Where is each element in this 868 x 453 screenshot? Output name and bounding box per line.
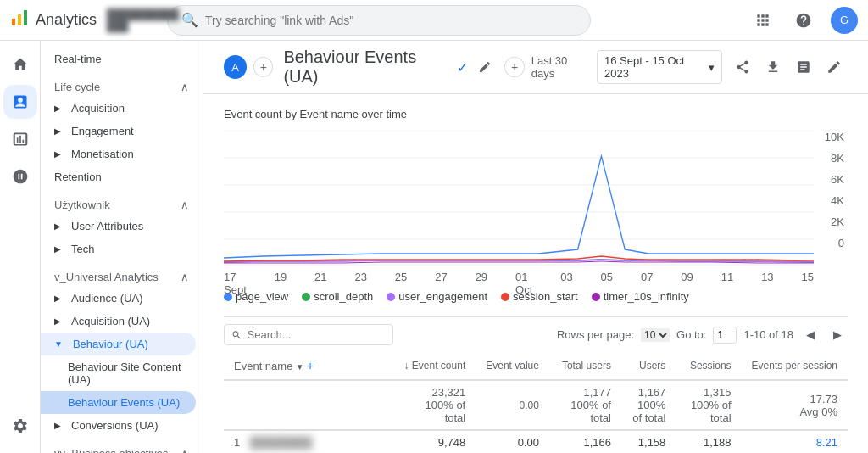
table-search-icon	[231, 329, 242, 341]
user-section: Użytkownik ∧ ▶ User Attributes ▶ Tech	[41, 192, 203, 260]
chart-y-labels: 10K 8K 6K 4K 2K 0	[817, 131, 848, 249]
prev-page-btn[interactable]: ◀	[800, 325, 821, 345]
sidebar-item-acquisition-ua[interactable]: ▶ Acquisition (UA)	[41, 310, 203, 333]
chart-section: Event count by Event name over time 10K …	[203, 94, 868, 316]
sidebar-item-monetisation[interactable]: ▶ Monetisation	[41, 143, 203, 165]
data-table: Event name ▼ + ↓ Event count Event value…	[224, 352, 848, 453]
sidebar-item-acquisition[interactable]: ▶ Acquisition	[41, 97, 203, 120]
table-search-input[interactable]	[248, 328, 386, 341]
lifecycle-header: Life cycle ∧	[41, 74, 203, 97]
table-body: 1 ████████ 9,748 0.00 1,166 1,158 1,188 …	[224, 430, 848, 453]
chart-svg	[224, 131, 814, 266]
arrow-icon: ▶	[54, 126, 61, 136]
add-metric-btn[interactable]: +	[504, 57, 524, 77]
report-header-right: Last 30 days 16 Sept - 15 Oct 2023 ▾	[531, 50, 848, 84]
sidebar-item-behaviour-site[interactable]: Behaviour Site Content (UA)	[41, 355, 203, 391]
col-header-event-count[interactable]: ↓ Event count	[393, 352, 476, 380]
sidebar-item-audience-ua[interactable]: ▶ Audience (UA)	[41, 287, 203, 310]
apps-icon-btn[interactable]	[749, 7, 776, 34]
edit-report-icon-btn[interactable]	[821, 53, 848, 81]
lifecycle-section: Life cycle ∧ ▶ Acquisition ▶ Engagement …	[41, 74, 203, 188]
help-icon-btn[interactable]	[790, 7, 817, 34]
search-bar[interactable]: 🔍	[167, 5, 591, 36]
arrow-icon: ▶	[54, 316, 61, 326]
chevron-down-icon: ▾	[709, 61, 715, 74]
arrow-icon: ▶	[54, 221, 61, 231]
main-content: A + Behaviour Events (UA) ✓ + Last 30 da…	[203, 41, 868, 453]
report-avatar: A	[224, 55, 247, 79]
icon-nav	[0, 41, 41, 453]
user-header: Użytkownik ∧	[41, 192, 203, 215]
analytics-logo-icon	[10, 8, 29, 31]
sidebar-item-behaviour-events[interactable]: Behaviour Events (UA)	[41, 391, 196, 414]
topbar: Analytics ██████████ ███ 🔍 G	[0, 0, 868, 41]
sidebar-item-realtime[interactable]: Real-time	[41, 48, 203, 70]
account-icon-btn[interactable]: G	[831, 7, 858, 34]
arrow-icon: ▶	[54, 244, 61, 254]
arrow-icon: ▶	[54, 294, 61, 303]
table-toolbar: Rows per page: 10 25 50 Go to: 1-10 of 1…	[224, 316, 848, 352]
sidebar-item-retention[interactable]: Retention	[41, 165, 203, 188]
nav-explore[interactable]	[3, 122, 37, 156]
add-column-btn[interactable]: +	[307, 359, 314, 372]
nav-advertising[interactable]	[3, 159, 37, 193]
add-comparison-btn[interactable]: +	[253, 57, 273, 77]
col-header-total-users[interactable]: Total users	[549, 352, 621, 380]
realtime-section: Real-time	[41, 48, 203, 70]
date-range-text: 16 Sept - 15 Oct 2023	[604, 54, 705, 80]
verified-icon: ✓	[457, 59, 468, 76]
report-header: A + Behaviour Events (UA) ✓ + Last 30 da…	[203, 41, 868, 94]
svg-rect-0	[12, 19, 15, 25]
nav-reports[interactable]	[3, 85, 37, 119]
col-header-event-value[interactable]: Event value	[476, 352, 549, 380]
sidebar-item-behaviour-ua[interactable]: ▼ Behaviour (UA)	[41, 333, 196, 355]
nav-home[interactable]	[3, 48, 37, 81]
arrow-icon: ▼	[54, 339, 63, 349]
table-total-row: 23,321 100% of total 0.00 1,177 100% of …	[224, 380, 848, 430]
rows-per-page-control: Rows per page: 10 25 50 Go to: 1-10 of 1…	[557, 325, 848, 345]
col-header-sessions[interactable]: Sessions	[676, 352, 741, 380]
arrow-icon: ▶	[54, 103, 61, 113]
ua-section: v_Universal Analytics ∧ ▶ Audience (UA) …	[41, 264, 203, 437]
date-range-label: Last 30 days	[531, 54, 590, 80]
sidebar-item-tech[interactable]: ▶ Tech	[41, 238, 203, 260]
app-title: Analytics	[36, 11, 97, 29]
go-to-page-input[interactable]	[713, 327, 737, 344]
insights-icon-btn[interactable]	[790, 53, 817, 81]
table-row: 1 ████████ 9,748 0.00 1,166 1,158 1,188 …	[224, 430, 848, 453]
report-title: Behaviour Events (UA)	[283, 48, 450, 87]
logo-area: Analytics ██████████ ███	[10, 8, 167, 32]
business-section: vv_Business objectives ∧ ▶ Generate lead…	[41, 440, 203, 453]
date-range-picker[interactable]: 16 Sept - 15 Oct 2023 ▾	[597, 50, 722, 84]
svg-rect-2	[24, 10, 27, 25]
share-icon-btn[interactable]	[729, 53, 756, 81]
sidebar-item-engagement[interactable]: ▶ Engagement	[41, 120, 203, 143]
search-icon: 🔍	[181, 12, 198, 28]
sort-icon: ▼	[296, 362, 304, 372]
export-icon-btn[interactable]	[760, 53, 787, 81]
header-action-icons	[729, 53, 848, 81]
col-header-users[interactable]: Users	[621, 352, 676, 380]
sidebar-item-user-attributes[interactable]: ▶ User Attributes	[41, 215, 203, 238]
arrow-icon: ▶	[54, 149, 61, 159]
col-header-event-name[interactable]: Event name ▼ +	[224, 352, 393, 380]
account-info: ██████████ ███	[107, 8, 179, 32]
ua-header: v_Universal Analytics ∧	[41, 264, 203, 287]
table-search-wrap[interactable]	[224, 324, 393, 345]
col-header-eps[interactable]: Events per session	[742, 352, 848, 380]
sidebar-item-conversions-ua[interactable]: ▶ Conversions (UA)	[41, 414, 203, 437]
edit-pencil-btn[interactable]	[475, 57, 494, 77]
chart-x-labels: 17Sept 19 21 23 25 27 29 01Oct 03 05 07 …	[224, 269, 814, 296]
chart-title: Event count by Event name over time	[224, 108, 848, 120]
rows-per-page-select[interactable]: 10 25 50	[641, 328, 670, 342]
next-page-btn[interactable]: ▶	[827, 325, 848, 345]
right-icons: G	[749, 7, 858, 34]
arrow-icon: ▶	[54, 421, 61, 430]
business-header: vv_Business objectives ∧	[41, 440, 203, 453]
sidebar: Real-time Life cycle ∧ ▶ Acquisition ▶ E…	[41, 41, 203, 453]
table-section: Rows per page: 10 25 50 Go to: 1-10 of 1…	[203, 316, 868, 453]
search-input[interactable]	[205, 14, 576, 27]
chart-container: 10K 8K 6K 4K 2K 0	[224, 131, 848, 283]
nav-settings[interactable]	[3, 409, 37, 443]
svg-rect-1	[18, 14, 21, 25]
